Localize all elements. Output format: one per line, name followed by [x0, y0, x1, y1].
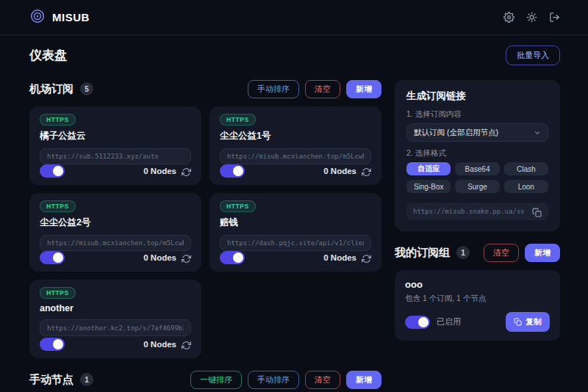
refresh-icon[interactable]	[362, 253, 371, 263]
format-buttons: 自适应 Base64 Clash Sing-Box Surge Loon	[406, 162, 548, 193]
manual-sort-button[interactable]: 手动排序	[248, 80, 299, 98]
add-node-button[interactable]: 新增	[346, 371, 381, 389]
enable-toggle[interactable]	[40, 338, 65, 351]
protocol-badge: HTTPS	[40, 114, 76, 126]
chevron-down-icon	[534, 129, 541, 137]
format-button-clash[interactable]: Clash	[504, 162, 548, 175]
enable-toggle[interactable]	[220, 251, 245, 264]
manual-nodes-title: 手动节点	[29, 373, 74, 387]
subscription-url-input[interactable]	[40, 319, 191, 336]
generated-link-box: https://misub.snake.pp.ua/ss	[406, 203, 548, 220]
clear-groups-button[interactable]: 清空	[484, 244, 519, 262]
manual-sort-nodes-button[interactable]: 手动排序	[248, 371, 299, 389]
step1-label: 1. 选择订阅内容	[406, 109, 548, 120]
protocol-badge: HTTPS	[40, 287, 76, 299]
groups-section: 我的订阅组 1 清空 新增	[395, 244, 560, 261]
subscriptions-count-badge: 5	[80, 82, 93, 95]
node-count: 0 Nodes	[323, 167, 356, 175]
add-group-button[interactable]: 新增	[525, 244, 560, 262]
batch-import-button[interactable]: 批量导入	[506, 46, 560, 65]
link-generator-panel: 生成订阅链接 1. 选择订阅内容 默认订阅 (全部启用节点) 2. 选择格式 自…	[395, 80, 560, 231]
node-count: 0 Nodes	[323, 253, 356, 262]
refresh-icon[interactable]	[182, 340, 191, 349]
subscription-url-input[interactable]	[220, 148, 371, 164]
add-subscription-button[interactable]: 新增	[346, 80, 381, 98]
group-enable-toggle[interactable]	[405, 316, 430, 329]
refresh-icon[interactable]	[362, 167, 371, 176]
subscription-content-select[interactable]: 默认订阅 (全部启用节点)	[406, 123, 548, 142]
format-button-loon[interactable]: Loon	[504, 180, 548, 193]
misub-logo-icon	[29, 8, 46, 27]
subscription-url-input[interactable]	[220, 235, 371, 251]
enable-toggle[interactable]	[40, 164, 65, 178]
manual-nodes-count-badge: 1	[80, 373, 93, 386]
subscriptions-title: 机场订阅	[29, 82, 74, 96]
format-button-base64[interactable]: Base64	[455, 162, 499, 175]
copy-link-icon[interactable]	[532, 207, 542, 217]
protocol-badge: HTTPS	[220, 200, 256, 212]
format-button-surge[interactable]: Surge	[455, 180, 499, 193]
clear-nodes-button[interactable]: 清空	[305, 371, 340, 389]
main-content: 仪表盘 批量导入 机场订阅 5 手动排序 清空 新增 HTTPS 橘子公益云	[0, 35, 588, 388]
subscriptions-section: 机场订阅 5 手动排序 清空 新增 HTTPS 橘子公益云 0 Nodes	[29, 80, 381, 388]
subscription-url-input[interactable]	[40, 148, 191, 164]
group-card: ooo 包含 1 个订阅, 1 个节点 已启用 复制	[395, 270, 560, 341]
subscription-url-input[interactable]	[40, 235, 191, 251]
refresh-icon[interactable]	[182, 167, 191, 176]
subscription-card: HTTPS 尘尘公益2号 0 Nodes	[29, 193, 201, 272]
quick-sort-button[interactable]: 一键排序	[190, 371, 242, 389]
subscription-card: HTTPS another 0 Nodes	[29, 280, 201, 358]
format-button-adaptive[interactable]: 自适应	[406, 162, 451, 175]
select-value: 默认订阅 (全部启用节点)	[414, 128, 498, 138]
generator-title: 生成订阅链接	[406, 90, 548, 103]
group-description: 包含 1 个订阅, 1 个节点	[405, 294, 550, 304]
group-copy-label: 复制	[526, 316, 542, 327]
theme-toggle-sun-icon[interactable]	[526, 12, 537, 23]
subscription-name: 橘子公益云	[40, 130, 191, 142]
enable-toggle[interactable]	[40, 251, 65, 264]
node-count: 0 Nodes	[143, 167, 176, 175]
copy-icon	[514, 318, 522, 326]
subscription-cards-grid: HTTPS 橘子公益云 0 Nodes HTTPS 尘尘公益1号	[29, 106, 381, 358]
subscription-card: HTTPS 尘尘公益1号 0 Nodes	[209, 106, 381, 185]
brand: MISUB	[29, 8, 90, 27]
groups-count-badge: 1	[456, 246, 470, 259]
brand-name: MISUB	[52, 11, 90, 23]
navbar-actions	[503, 12, 560, 23]
top-navbar: MISUB	[0, 0, 588, 35]
subscription-name: 尘尘公益2号	[40, 217, 191, 229]
format-button-singbox[interactable]: Sing-Box	[406, 180, 451, 193]
logout-icon[interactable]	[548, 12, 560, 23]
protocol-badge: HTTPS	[40, 200, 76, 212]
node-count: 0 Nodes	[143, 340, 176, 349]
groups-title: 我的订阅组	[395, 246, 450, 260]
enable-toggle[interactable]	[220, 164, 245, 178]
refresh-icon[interactable]	[182, 253, 191, 263]
group-enabled-label: 已启用	[437, 316, 461, 327]
clear-subscriptions-button[interactable]: 清空	[305, 80, 340, 98]
subscription-card: HTTPS 赔钱 0 Nodes	[209, 193, 381, 272]
page-title: 仪表盘	[29, 47, 67, 64]
group-name: ooo	[405, 279, 550, 290]
subscription-name: another	[40, 303, 191, 313]
manual-nodes-section: 手动节点 1 一键排序 手动排序 清空 新增	[29, 371, 381, 388]
subscription-name: 尘尘公益1号	[220, 130, 371, 142]
subscription-card: HTTPS 橘子公益云 0 Nodes	[29, 106, 201, 185]
step2-label: 2. 选择格式	[406, 148, 548, 159]
right-sidebar: 生成订阅链接 1. 选择订阅内容 默认订阅 (全部启用节点) 2. 选择格式 自…	[395, 80, 560, 341]
node-count: 0 Nodes	[143, 253, 176, 262]
subscription-name: 赔钱	[220, 217, 371, 229]
protocol-badge: HTTPS	[220, 114, 256, 126]
generated-link: https://misub.snake.pp.ua/ss	[413, 208, 528, 215]
group-copy-button[interactable]: 复制	[506, 312, 550, 332]
settings-gear-icon[interactable]	[503, 12, 514, 23]
